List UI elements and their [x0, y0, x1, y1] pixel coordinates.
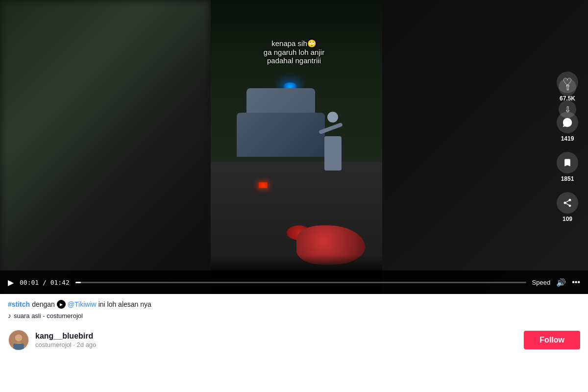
- like-count: 67.5K: [560, 95, 575, 102]
- user-handle: costumerojol: [35, 341, 72, 348]
- meta-separator: ·: [73, 341, 76, 348]
- comment-count: 1419: [561, 135, 574, 142]
- time-separator: /: [43, 279, 50, 286]
- video-left-blur: [0, 0, 211, 294]
- video-content: [211, 0, 382, 294]
- share-count: 109: [563, 216, 572, 222]
- bookmark-count: 1851: [561, 175, 574, 182]
- follow-button[interactable]: Follow: [524, 331, 580, 349]
- mention[interactable]: @Tikiwiw: [68, 300, 97, 308]
- van-body: [237, 113, 325, 157]
- music-note-icon: ♪: [8, 312, 11, 319]
- comment-button[interactable]: 1419: [557, 112, 578, 142]
- like-icon: ♡: [557, 72, 578, 93]
- svg-rect-3: [13, 343, 24, 350]
- bookmark-icon: [557, 152, 578, 173]
- speed-button[interactable]: Speed: [532, 279, 551, 286]
- music-line: ♪ suara asli - costumerojol: [8, 312, 580, 319]
- van-roof: [246, 88, 315, 113]
- like-button[interactable]: ♡ 67.5K: [557, 72, 578, 102]
- more-options-button[interactable]: •••: [572, 278, 580, 287]
- video-background: [0, 0, 588, 294]
- progress-fill: [75, 282, 81, 283]
- svg-point-1: [15, 334, 23, 342]
- person-arm: [318, 122, 343, 135]
- user-info: kang__bluebird costumerojol · 2d ago: [35, 332, 518, 348]
- comment-icon: [557, 112, 578, 133]
- conjunction: dengan: [32, 300, 55, 308]
- volume-button[interactable]: 🔊: [556, 278, 566, 287]
- person-head: [327, 112, 338, 122]
- progress-bar[interactable]: [75, 282, 526, 283]
- username[interactable]: kang__bluebird: [35, 332, 518, 341]
- video-controls-bar: ▶ 00:01 / 01:42 Speed 🔊 •••: [0, 270, 588, 294]
- description: ini loh alesan nya: [98, 300, 151, 308]
- play-icon-inline: ▶: [57, 300, 66, 309]
- hashtag[interactable]: #stitch: [8, 300, 30, 308]
- play-button[interactable]: ▶: [8, 278, 14, 287]
- video-actions: ♡ 67.5K 1419 1851: [557, 72, 578, 222]
- time-display: 00:01 / 01:42: [20, 279, 70, 286]
- share-button[interactable]: 109: [557, 192, 578, 222]
- share-icon: [557, 192, 578, 214]
- avatar[interactable]: [8, 329, 29, 351]
- time-ago: 2d ago: [77, 341, 97, 348]
- page-container: kenapa sih🙄 ga ngaruh loh anjir padahal …: [0, 0, 588, 392]
- total-time: 01:42: [50, 279, 70, 286]
- person-body: [324, 136, 342, 171]
- video-center: [211, 0, 382, 294]
- video-info-section: #stitch dengan ▶ @Tikiwiw ini loh alesan…: [0, 294, 588, 323]
- bookmark-button[interactable]: 1851: [557, 152, 578, 182]
- current-time: 00:01: [20, 279, 39, 286]
- taillight: [259, 182, 268, 188]
- hashtag-line: #stitch dengan ▶ @Tikiwiw ini loh alesan…: [8, 300, 580, 309]
- music-text[interactable]: suara asli - costumerojol: [14, 312, 83, 319]
- person-silhouette: [318, 112, 348, 171]
- user-row: kang__bluebird costumerojol · 2d ago Fol…: [0, 323, 588, 357]
- user-meta: costumerojol · 2d ago: [35, 341, 518, 348]
- video-player: kenapa sih🙄 ga ngaruh loh anjir padahal …: [0, 0, 588, 294]
